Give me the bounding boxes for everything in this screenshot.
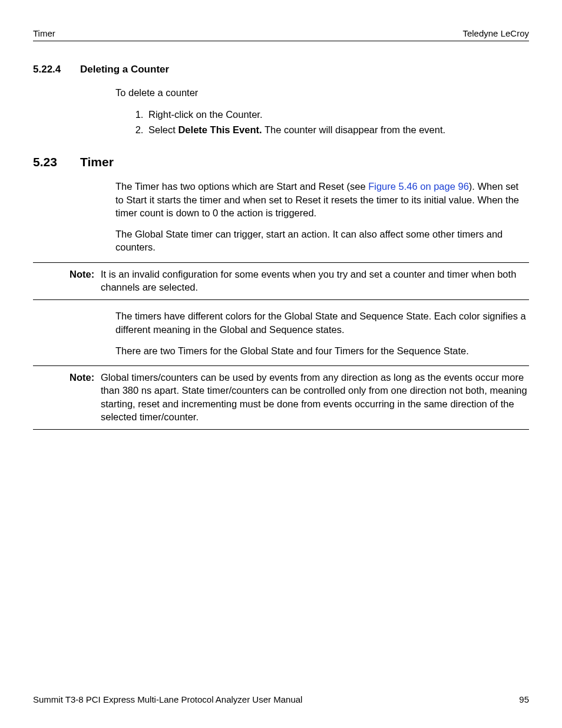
step-2-pre: Select: [148, 124, 178, 135]
heading-5-23: 5.23 Timer: [33, 155, 529, 169]
note-label: Note:: [70, 371, 94, 384]
intro-text: To delete a counter: [115, 86, 529, 99]
header-left: Timer: [33, 28, 55, 38]
note-block-2: Note: Global timers/counters can be used…: [33, 365, 529, 430]
running-footer: Summit T3-8 PCI Express Multi-Lane Proto…: [33, 694, 529, 704]
step-2-bold: Delete This Event.: [178, 124, 262, 135]
heading-title: Deleting a Counter: [80, 64, 169, 75]
heading-5-22-4: 5.22.4 Deleting a Counter: [33, 64, 529, 75]
page-content: Timer Teledyne LeCroy 5.22.4 Deleting a …: [33, 28, 529, 704]
heading-title: Timer: [80, 155, 114, 169]
footer-left: Summit T3-8 PCI Express Multi-Lane Proto…: [33, 694, 302, 704]
page-number: 95: [519, 694, 529, 704]
body-5-22-4: To delete a counter: [115, 86, 529, 99]
header-right: Teledyne LeCroy: [462, 28, 529, 38]
step-2: Select Delete This Event. The counter wi…: [146, 123, 529, 138]
p1-pre: The Timer has two options which are Star…: [115, 181, 368, 192]
body-5-23: The Timer has two options which are Star…: [115, 180, 529, 253]
paragraph-3: The timers have different colors for the…: [115, 309, 529, 336]
running-header: Timer Teledyne LeCroy: [33, 28, 529, 41]
body-5-23-cont: The timers have different colors for the…: [115, 309, 529, 357]
note-text: It is an invalid configuration for some …: [101, 268, 529, 294]
paragraph-4: There are two Timers for the Global Stat…: [115, 344, 529, 357]
steps-list: Right-click on the Counter. Select Delet…: [133, 107, 529, 137]
step-1: Right-click on the Counter.: [146, 107, 529, 123]
heading-number: 5.23: [33, 155, 80, 169]
note-block-1: Note: It is an invalid configuration for…: [33, 262, 529, 301]
heading-number: 5.22.4: [33, 64, 80, 75]
figure-xref-link[interactable]: Figure 5.46 on page 96: [368, 181, 469, 192]
step-2-post: The counter will disappear from the even…: [262, 124, 446, 135]
paragraph-2: The Global State timer can trigger, star…: [115, 228, 529, 254]
note-label: Note:: [70, 268, 94, 281]
paragraph-1: The Timer has two options which are Star…: [115, 180, 529, 219]
note-text: Global timers/counters can be used by ev…: [101, 371, 529, 423]
